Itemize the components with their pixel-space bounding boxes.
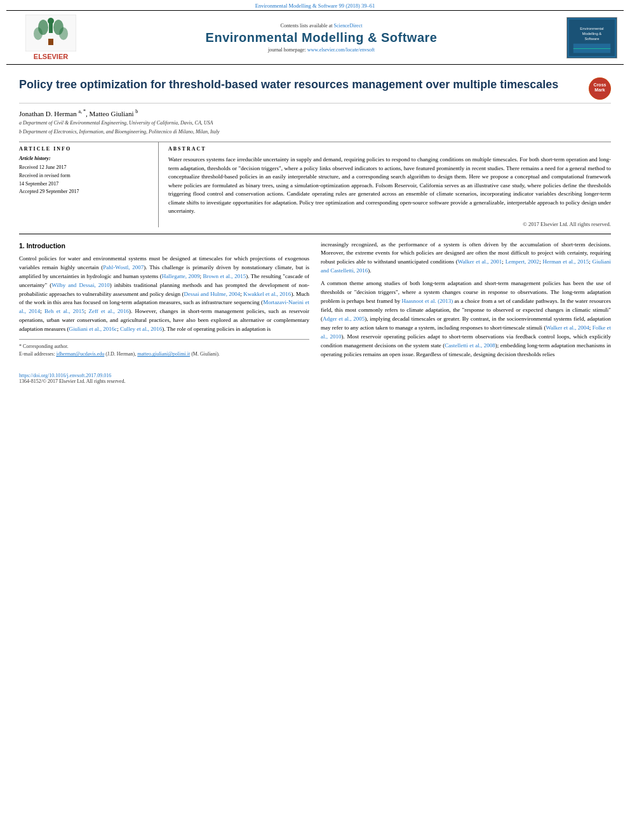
received-revised-label: Received in revised form [19, 172, 151, 180]
ref-adger[interactable]: Adger et al., 2005 [323, 316, 365, 322]
affiliation-a: a Department of Civil & Environmental En… [19, 119, 611, 126]
affiliation-b: b Department of Electronics, Information… [19, 128, 611, 135]
accepted-date: Accepted 29 September 2017 [19, 188, 151, 196]
crossmark-badge: Cross Mark [589, 77, 611, 100]
body-col-left: 1. Introduction Control policies for wat… [19, 241, 309, 363]
journal-ref-text: Environmental Modelling & Software 99 (2… [255, 3, 375, 9]
svg-text:Modelling &: Modelling & [582, 32, 602, 36]
footnote-corresponding: * Corresponding author. [19, 343, 309, 350]
ref-lempert[interactable]: Lempert, 2002 [506, 258, 540, 265]
elsevier-logo-area: ELSEVIER [13, 15, 89, 60]
doi-line: https://doi.org/10.1016/j.envsoft.2017.0… [19, 373, 611, 378]
ref-culley[interactable]: Culley et al., 2016 [120, 326, 162, 332]
journal-banner: ELSEVIER Contents lists available at Sci… [6, 10, 624, 65]
svg-rect-13 [573, 43, 611, 53]
ref-dessai[interactable]: Dessai and Hulme, 2004 [184, 291, 240, 297]
svg-point-6 [59, 27, 68, 40]
ref-beh[interactable]: Beh et al., 2015 [44, 308, 84, 314]
article-content: Policy tree optimization for threshold-b… [0, 65, 630, 370]
ref-walker2004[interactable]: Walker et al., 2004 [546, 324, 589, 331]
ref-hallegatte[interactable]: Hallegatte, 2009 [162, 273, 200, 279]
section1-para2: increasingly recognized, as the performa… [321, 241, 611, 276]
svg-text:Cross: Cross [594, 83, 607, 87]
ref-zeff[interactable]: Zeff et al., 2016 [88, 308, 129, 314]
footnote-emails: E-mail addresses: jdherman@ucdavis.edu (… [19, 350, 309, 358]
abstract-col: ABSTRACT Water resources systems face ir… [168, 142, 611, 227]
ref-herman2015[interactable]: Herman et al., 2015 [542, 258, 589, 265]
ref-haasnoot[interactable]: Haasnoot et al. (2013) [402, 298, 453, 304]
science-direct-link[interactable]: ScienceDirect [334, 23, 363, 29]
copyright-line: © 2017 Elsevier Ltd. All rights reserved… [168, 221, 611, 227]
elsevier-logo: ELSEVIER [13, 15, 89, 60]
history-label: Article history: [19, 156, 151, 161]
abstract-text: Water resources systems face irreducible… [168, 156, 611, 216]
section1-para1: Control policies for water and environme… [19, 255, 309, 334]
svg-rect-7 [48, 39, 53, 45]
ref-wilby[interactable]: Wilby and Dessai, 2010 [51, 282, 109, 288]
svg-text:Environmental: Environmental [580, 27, 603, 30]
ref-castelletti[interactable]: Castelletti et al., 2008 [445, 342, 495, 349]
article-title: Policy tree optimization for threshold-b… [19, 77, 579, 92]
body-content: 1. Introduction Control policies for wat… [19, 241, 611, 370]
received-date: Received 12 June 2017 [19, 164, 151, 172]
contents-line: Contents lists available at ScienceDirec… [89, 23, 554, 29]
ref-walker2001[interactable]: Walker et al., 2001 [458, 258, 502, 265]
body-col-right: increasingly recognized, as the performa… [321, 241, 611, 363]
section1-title: 1. Introduction [19, 241, 309, 251]
journal-cover-area: Environmental Modelling & Software [554, 17, 617, 58]
crossmark-icon: Cross Mark [589, 77, 611, 100]
issn-line: 1364-8152/© 2017 Elsevier Ltd. All right… [19, 378, 611, 384]
svg-text:Mark: Mark [594, 88, 605, 92]
section1-para3: A common theme among studies of both lon… [321, 279, 611, 359]
elsevier-tree-icon [25, 15, 76, 51]
article-info-header: ARTICLE INFO [19, 146, 151, 152]
homepage-line: journal homepage: www.elsevier.com/locat… [89, 47, 554, 53]
ref-kwakkel[interactable]: Kwakkel et al., 2016 [243, 291, 291, 297]
ref-giuliani[interactable]: Giuliani et al., 2016c [69, 326, 117, 332]
ref-pahl-wostl[interactable]: Pahl-Wostl, 2007 [103, 264, 144, 270]
elsevier-label: ELSEVIER [34, 53, 68, 60]
authors-section: Jonathan D. Herman a, *, Matteo Giuliani… [19, 109, 611, 117]
footnote-area: * Corresponding author. E-mail addresses… [19, 339, 309, 358]
bottom-info: https://doi.org/10.1016/j.envsoft.2017.0… [0, 370, 630, 387]
journal-reference: Environmental Modelling & Software 99 (2… [0, 0, 630, 10]
journal-title: Environmental Modelling & Software [89, 30, 554, 45]
banner-center: Contents lists available at ScienceDirec… [89, 23, 554, 53]
journal-cover-image: Environmental Modelling & Software [566, 17, 617, 58]
abstract-header: ABSTRACT [168, 146, 611, 152]
homepage-link[interactable]: www.elsevier.com/locate/envsoft [307, 47, 375, 53]
svg-point-5 [34, 27, 43, 40]
article-title-section: Policy tree optimization for threshold-b… [19, 71, 611, 103]
email2-link[interactable]: matteo.giuliani@polimi.it [137, 351, 190, 357]
author-jonathan: Jonathan D. Herman a, *, Matteo Giuliani… [19, 110, 138, 117]
article-info-col: ARTICLE INFO Article history: Received 1… [19, 142, 159, 227]
ref-brown[interactable]: Brown et al., 2015 [203, 273, 246, 279]
article-info-abstract: ARTICLE INFO Article history: Received 1… [19, 142, 611, 227]
svg-rect-2 [49, 23, 53, 33]
doi-link[interactable]: https://doi.org/10.1016/j.envsoft.2017.0… [19, 373, 111, 378]
svg-point-1 [48, 18, 54, 24]
svg-text:Software: Software [584, 36, 599, 40]
email1-link[interactable]: jdherman@ucdavis.edu [57, 351, 105, 357]
section-divider [19, 234, 611, 234]
revised-date: 14 September 2017 [19, 180, 151, 189]
